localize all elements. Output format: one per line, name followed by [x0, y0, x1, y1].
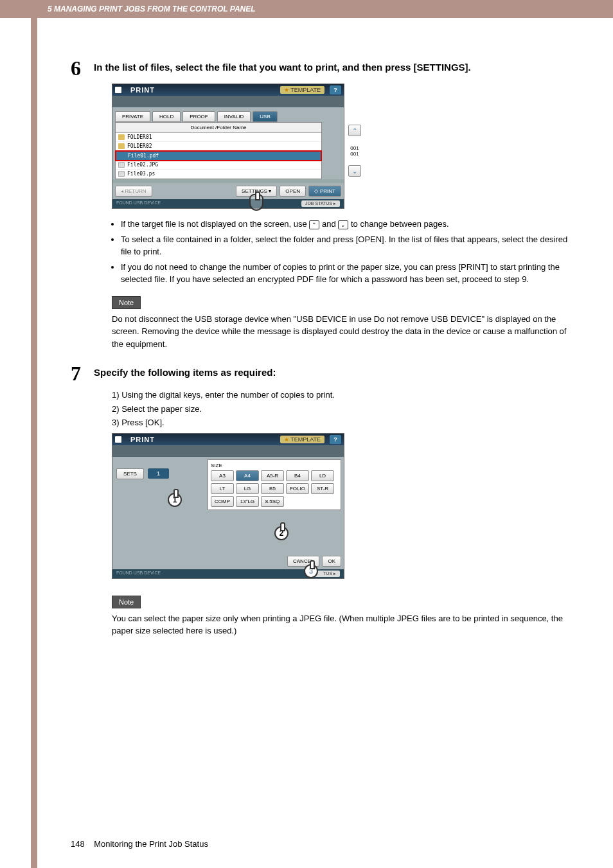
sets-label: SETS: [116, 468, 144, 479]
file-icon: [119, 153, 125, 159]
file-list: Document /Folder Name FOLDER01 FOLDER02 …: [115, 122, 322, 179]
sets-value[interactable]: 1: [148, 468, 169, 479]
step-6-bullets: If the target file is not displayed on t…: [112, 218, 572, 286]
help-button[interactable]: ?: [330, 85, 341, 94]
tab-usb[interactable]: USB: [253, 111, 277, 122]
file-icon: [118, 171, 125, 177]
ok-button[interactable]: OK: [322, 556, 341, 567]
open-button[interactable]: OPEN: [280, 186, 306, 197]
step-7-items: 1) Using the digital keys, enter the num…: [112, 389, 572, 429]
size-folio[interactable]: FOLIO: [286, 483, 309, 494]
return-button[interactable]: ◂ RETURN: [115, 186, 152, 197]
size-panel: SIZE A3 A4 A5-R B4 LD LT LG B5 FOLIO ST-…: [208, 459, 341, 510]
screen-title: PRINT: [130, 436, 155, 443]
size-comp[interactable]: COMP: [211, 496, 234, 507]
printer-icon: [115, 436, 121, 443]
scroll-up-button[interactable]: ⌃: [348, 125, 361, 136]
file-icon: [118, 162, 125, 168]
size-label: SIZE: [211, 463, 338, 468]
file-row-selected[interactable]: File01.pdf: [115, 150, 322, 161]
size-a4[interactable]: A4: [236, 470, 259, 481]
size-b4[interactable]: B4: [286, 470, 309, 481]
left-margin-bar: [31, 0, 37, 868]
print-button[interactable]: ◇PRINT: [308, 186, 341, 197]
size-b5[interactable]: B5: [261, 483, 284, 494]
file-row[interactable]: File02.JPG: [116, 161, 321, 170]
step-7-title: Specify the following items as required:: [94, 363, 572, 378]
size-a5r[interactable]: A5-R: [261, 470, 284, 481]
tab-proof[interactable]: PROOF: [182, 111, 215, 122]
file-row[interactable]: FOLDER01: [116, 133, 321, 142]
down-arrow-icon: ⌄: [338, 220, 348, 229]
note-text: Do not disconnect the USB storage device…: [112, 313, 572, 351]
note-text: You can select the paper size only when …: [112, 612, 572, 637]
job-status-button[interactable]: JOB STATUS ▸: [301, 200, 340, 207]
printer-icon: [115, 87, 121, 93]
tab-hold[interactable]: HOLD: [152, 111, 181, 122]
step-number-7: 7: [71, 363, 94, 384]
callout-1-icon: 1: [168, 493, 182, 507]
scroll-down-button[interactable]: ⌄: [348, 165, 361, 177]
screen-title: PRINT: [130, 86, 155, 94]
tab-private[interactable]: PRIVATE: [115, 111, 150, 122]
hand-cursor-icon: [249, 194, 263, 211]
size-lt[interactable]: LT: [211, 483, 234, 494]
size-a3[interactable]: A3: [211, 470, 234, 481]
template-button[interactable]: ★TEMPLATE: [280, 86, 324, 94]
note-label: Note: [112, 296, 141, 309]
help-button[interactable]: ?: [330, 435, 341, 444]
page-indicator: 001 001: [350, 145, 359, 157]
size-85sq[interactable]: 8.5SQ: [261, 496, 284, 507]
step-6-title: In the list of files, select the file th…: [94, 58, 572, 73]
file-row[interactable]: FOLDER02: [116, 142, 321, 151]
chapter-header: 5 MANAGING PRINT JOBS FROM THE CONTROL P…: [0, 0, 613, 18]
up-arrow-icon: ⌃: [309, 220, 319, 229]
callout-2-icon: 2: [274, 526, 289, 540]
size-13lg[interactable]: 13"LG: [236, 496, 259, 507]
status-message: FOUND USB DEVICE: [116, 200, 161, 207]
folder-icon: [118, 134, 125, 140]
screenshot-1: PRINT ★TEMPLATE ? PRIVATE HOLD PROOF INV…: [112, 84, 344, 209]
status-message: FOUND USB DEVICE: [116, 571, 161, 577]
folder-icon: [118, 143, 125, 149]
list-header: Document /Folder Name: [116, 123, 321, 133]
size-ld[interactable]: LD: [311, 470, 334, 481]
step-number-6: 6: [71, 58, 94, 78]
size-lg[interactable]: LG: [236, 483, 259, 494]
note-label: Note: [112, 596, 141, 608]
settings-button[interactable]: SETTINGS ▾: [236, 186, 277, 197]
size-str[interactable]: ST-R: [311, 483, 334, 494]
page-footer: 148 Monitoring the Print Job Status: [71, 839, 208, 849]
tab-invalid[interactable]: INVALID: [217, 111, 251, 122]
screenshot-2: PRINT ★TEMPLATE ? SETS 1 1 SIZE: [112, 433, 344, 579]
callout-3-icon: 3: [304, 564, 318, 578]
template-button[interactable]: ★TEMPLATE: [280, 436, 324, 443]
file-row[interactable]: File03.ps: [116, 170, 321, 179]
